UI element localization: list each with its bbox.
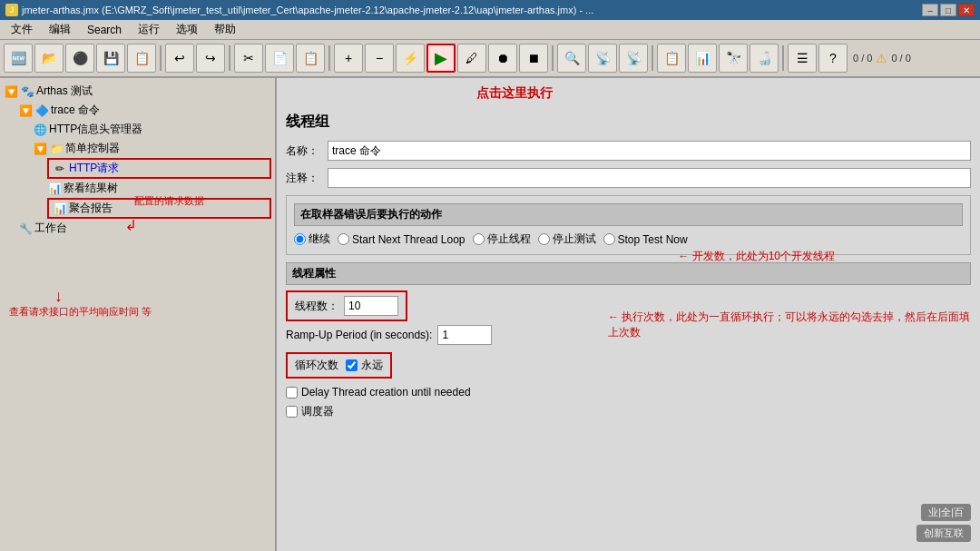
- collapse-btn[interactable]: −: [365, 44, 394, 73]
- scheduler-checkbox[interactable]: [286, 406, 298, 418]
- copy-btn[interactable]: 📄: [265, 44, 294, 73]
- radio-continue[interactable]: 继续: [294, 231, 330, 247]
- thread-count-label: 线程数：: [295, 299, 338, 314]
- click-execute-annotation: 点击这里执行: [476, 85, 553, 102]
- menu-options[interactable]: 选项: [169, 20, 205, 39]
- loop-container: 循环次数 永远: [286, 352, 971, 379]
- tree-form-icon: 📁: [49, 142, 64, 156]
- radio-stop-test[interactable]: 停止测试: [538, 231, 596, 247]
- main-area: 🔽 🐾 Arthas 测试 🔽 🔷 trace 命令 🌐 HTTP信息头管理器 …: [0, 78, 980, 551]
- annotation-view: 查看请求接口的平均响应时间 等: [9, 305, 152, 319]
- cut-btn[interactable]: ✂: [234, 44, 263, 73]
- radio-stop-thread[interactable]: 停止线程: [473, 231, 531, 247]
- thread-props-container: 线程属性 线程数： Ramp-Up Period (in seconds):: [286, 262, 971, 345]
- panel-title: 线程组: [286, 113, 971, 132]
- loop-forever-label[interactable]: 永远: [346, 358, 383, 373]
- revert-btn[interactable]: 📋: [127, 44, 156, 73]
- delay-row: Delay Thread creation until needed: [286, 386, 971, 398]
- sep2: [229, 45, 230, 71]
- stop-btn[interactable]: ⏺: [488, 44, 517, 73]
- delay-label: Delay Thread creation until needed: [301, 386, 471, 398]
- app-icon: J: [5, 4, 18, 16]
- tree-wb-icon: 🔧: [18, 221, 33, 236]
- tree-item-trace[interactable]: 🔽 🔷 trace 命令: [4, 101, 271, 120]
- comment-input[interactable]: [328, 168, 971, 188]
- counter-value2: 0 / 0: [891, 53, 910, 64]
- tree-item-agg[interactable]: 📊 聚合报告: [47, 198, 271, 219]
- tree-root-icon: 🔽: [4, 84, 18, 99]
- annotation-arrow2: ↓: [54, 287, 63, 306]
- menu-help[interactable]: 帮助: [207, 20, 243, 39]
- menu-btn[interactable]: ☰: [788, 44, 817, 73]
- tree-http-icon: 🌐: [33, 123, 47, 137]
- loop-forever-checkbox[interactable]: [346, 359, 358, 371]
- tree-form-label: 简单控制器: [65, 141, 120, 156]
- watermark-line2: 创新互联: [916, 525, 971, 542]
- toolbar: 🆕 📂 ⚫ 💾 📋 ↩ ↪ ✂ 📄 📋 + − ⚡ ▶ 🖊 ⏺ ⏹ 🔍 📡 📡 …: [0, 40, 980, 78]
- thread-count-input[interactable]: [344, 296, 398, 316]
- delay-checkbox[interactable]: [286, 387, 298, 398]
- tree-result-label: 察看结果树: [64, 181, 118, 196]
- list-btn[interactable]: 📋: [657, 44, 686, 73]
- zoom-btn[interactable]: 🔍: [557, 44, 586, 73]
- title-bar: J jmeter-arthas.jmx (E:\GMRZ_Soft\jmeter…: [0, 0, 980, 20]
- comment-row: 注释：: [286, 168, 971, 188]
- new-btn[interactable]: 🆕: [4, 44, 33, 73]
- paste-btn[interactable]: 📋: [296, 44, 325, 73]
- tree-item-result[interactable]: 📊 察看结果树: [4, 179, 271, 198]
- loop-section: 循环次数 永远: [286, 352, 392, 379]
- tree-http-label: HTTP信息头管理器: [49, 122, 142, 137]
- menu-search[interactable]: Search: [80, 22, 129, 38]
- radio-start-next[interactable]: Start Next Thread Loop: [338, 233, 466, 246]
- expand-btn[interactable]: +: [334, 44, 363, 73]
- radio-group: 继续 Start Next Thread Loop 停止线程 停止测试 Stop…: [294, 231, 963, 247]
- sep5: [652, 45, 653, 71]
- tree-item-root[interactable]: 🔽 🐾 Arthas 测试: [4, 82, 271, 101]
- ramp-up-label: Ramp-Up Period (in seconds):: [286, 329, 432, 341]
- open-btn[interactable]: 📂: [34, 44, 64, 73]
- radio-start-next-label: Start Next Thread Loop: [352, 233, 466, 246]
- play-btn[interactable]: ▶: [426, 44, 456, 73]
- action-header: 在取样器错误后要执行的动作: [294, 203, 963, 226]
- tree-form-arrow: 🔽: [33, 142, 47, 156]
- tree-item-form-ctrl[interactable]: 🔽 📁 简单控制器: [4, 139, 271, 158]
- minimize-btn[interactable]: –: [922, 4, 938, 16]
- tree-root-icon2: 🐾: [20, 84, 34, 99]
- radio-stop-now[interactable]: Stop Test Now: [603, 233, 688, 246]
- remote-btn[interactable]: 📡: [588, 44, 617, 73]
- flash-btn[interactable]: ⚡: [396, 44, 425, 73]
- tree-item-http-req[interactable]: ✏ HTTP请求: [47, 158, 271, 179]
- comment-label: 注释：: [286, 171, 322, 186]
- menu-run[interactable]: 运行: [131, 20, 167, 39]
- bottle-btn[interactable]: 🍶: [750, 44, 779, 73]
- tree-item-workbench[interactable]: 🔧 工作台: [4, 219, 271, 238]
- save2-btn[interactable]: 💾: [96, 44, 125, 73]
- menu-edit[interactable]: 编辑: [42, 20, 78, 39]
- tree-item-http-header[interactable]: 🌐 HTTP信息头管理器: [4, 120, 271, 139]
- help-btn[interactable]: ?: [818, 44, 848, 73]
- right-panel: 点击这里执行 线程组 名称： 注释： 在取样器错误后要执行的动作 继续: [277, 78, 980, 551]
- binoculars-btn[interactable]: 🔭: [719, 44, 748, 73]
- loop-label: 循环次数: [295, 358, 338, 373]
- remote2-btn[interactable]: 📡: [619, 44, 648, 73]
- tree-area: 🔽 🐾 Arthas 测试 🔽 🔷 trace 命令 🌐 HTTP信息头管理器 …: [0, 78, 275, 241]
- list2-btn[interactable]: 📊: [688, 44, 717, 73]
- stop2-btn[interactable]: ⏹: [519, 44, 548, 73]
- undo-btn[interactable]: ↩: [165, 44, 194, 73]
- sidebar: 🔽 🐾 Arthas 测试 🔽 🔷 trace 命令 🌐 HTTP信息头管理器 …: [0, 78, 277, 551]
- watermark-line1: 业|全|百: [921, 504, 971, 521]
- action-section: 在取样器错误后要执行的动作 继续 Start Next Thread Loop …: [286, 195, 971, 255]
- ramp-up-input[interactable]: [437, 325, 492, 345]
- redo-btn[interactable]: ↪: [196, 44, 225, 73]
- save-btn[interactable]: ⚫: [65, 44, 94, 73]
- thread-count-section: 线程数：: [286, 290, 407, 321]
- scheduler-label: 调度器: [301, 404, 334, 419]
- maximize-btn[interactable]: □: [940, 4, 956, 16]
- tree-trace-arrow: 🔽: [18, 103, 33, 118]
- record-btn[interactable]: 🖊: [457, 44, 486, 73]
- close-btn[interactable]: ✕: [958, 4, 975, 16]
- menu-file[interactable]: 文件: [4, 20, 40, 39]
- tree-req-icon: ✏: [53, 162, 67, 176]
- name-input[interactable]: [328, 141, 971, 161]
- radio-stop-thread-label: 停止线程: [487, 231, 531, 247]
